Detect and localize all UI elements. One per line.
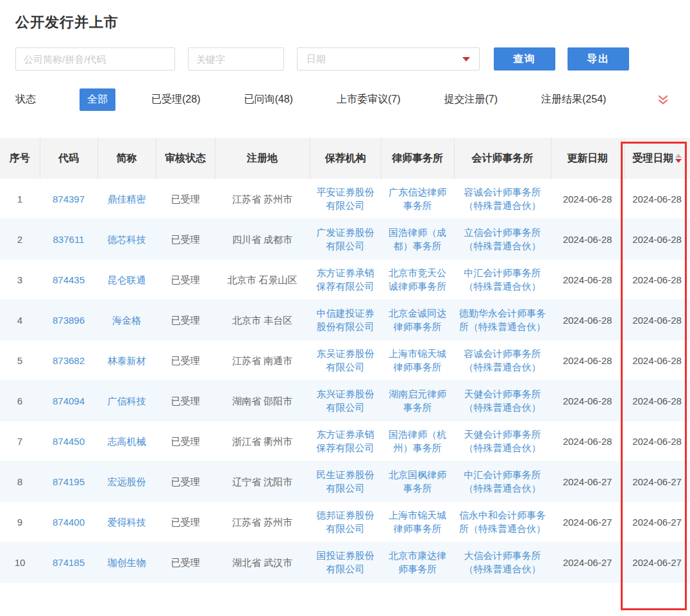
company-name-link[interactable]: 海金格 [112, 315, 141, 326]
query-button[interactable]: 查询 [494, 47, 555, 71]
row-index: 4 [0, 300, 40, 340]
company-name-link[interactable]: 昆仑联通 [108, 274, 146, 285]
law-firm-link[interactable]: 北京市竞天公诚律师事务所 [389, 267, 446, 292]
header-cell-name: 简称 [97, 138, 156, 179]
accept-date: 2024-06-28 [624, 381, 690, 421]
sponsor-link[interactable]: 中信建投证券股份有限公司 [317, 308, 374, 332]
law-firm-link[interactable]: 上海市锦天城律师事务所 [389, 348, 446, 372]
company-name-link[interactable]: 广信科技 [108, 395, 146, 406]
header-cell-sponsor: 保荐机构 [310, 138, 381, 179]
header-cell-accept-date[interactable]: 受理日期 [624, 138, 690, 179]
law-firm-link[interactable]: 广东信达律师事务所 [389, 187, 446, 211]
law-firm-link[interactable]: 北京国枫律师事务所 [389, 469, 446, 494]
code-link[interactable]: 874435 [53, 274, 85, 285]
table-row: 4 873896 海金格 已受理 北京市 丰台区 中信建投证券股份有限公司 北京… [0, 300, 690, 340]
sponsor-link[interactable]: 东方证券承销保荐有限公司 [317, 267, 374, 292]
code-link[interactable]: 874195 [53, 476, 85, 487]
update-date: 2024-06-28 [551, 300, 624, 340]
registration-place: 四川省 成都市 [215, 219, 310, 260]
law-firm-link[interactable]: 国浩律师（杭州）事务所 [389, 429, 446, 453]
accounting-firm-link[interactable]: 容诚会计师事务所（特殊普通合伙） [464, 187, 541, 211]
law-firm-link[interactable]: 北京市康达律师事务所 [389, 550, 446, 574]
status-tab[interactable]: 提交注册(7) [436, 88, 505, 111]
company-name-link[interactable]: 鼎佳精密 [108, 194, 146, 204]
registration-place: 江苏省 苏州市 [215, 179, 310, 219]
sponsor-link[interactable]: 民生证券股份有限公司 [317, 469, 374, 494]
status-tab[interactable]: 已受理(28) [144, 88, 208, 111]
sponsor-link[interactable]: 国投证券股份有限公司 [317, 550, 374, 574]
registration-place: 江苏省 南通市 [215, 340, 310, 381]
status-tab[interactable]: 全部 [80, 88, 115, 111]
company-name-link[interactable]: 珈创生物 [108, 557, 146, 568]
update-date: 2024-06-28 [551, 340, 624, 381]
row-index: 1 [0, 179, 40, 219]
status-tab[interactable]: 上市委审议(7) [329, 88, 408, 111]
header-cell-location: 注册地 [215, 138, 310, 179]
keyword-input[interactable] [188, 47, 284, 71]
audit-status: 已受理 [156, 381, 215, 421]
code-link[interactable]: 837611 [53, 234, 85, 245]
law-firm-link[interactable]: 国浩律师（成都）事务所 [389, 227, 446, 251]
accounting-firm-link[interactable]: 大信会计师事务所（特殊普通合伙） [464, 550, 541, 574]
row-index: 6 [0, 381, 40, 421]
company-name-link[interactable]: 志高机械 [108, 436, 146, 447]
registration-place: 江苏省 苏州市 [215, 502, 310, 542]
code-link[interactable]: 874450 [53, 436, 85, 447]
company-search-input[interactable] [15, 47, 175, 71]
sponsor-link[interactable]: 东方证券承销保荐有限公司 [317, 429, 374, 453]
audit-status: 已受理 [156, 260, 215, 300]
registration-place: 辽宁省 沈阳市 [215, 462, 310, 502]
audit-status: 已受理 [156, 340, 215, 381]
accounting-firm-link[interactable]: 中汇会计师事务所（特殊普通合伙） [464, 267, 541, 292]
expand-tabs-chevron-icon[interactable] [657, 94, 669, 106]
table-row: 7 874450 志高机械 已受理 浙江省 衢州市 东方证券承销保荐有限公司 国… [0, 421, 690, 462]
sort-desc-icon [675, 159, 682, 163]
company-name-link[interactable]: 林泰新材 [108, 355, 146, 366]
law-firm-link[interactable]: 上海市锦天城律师事务所 [389, 510, 446, 534]
header-cell-law-firm: 律师事务所 [381, 138, 454, 179]
accept-date: 2024-06-28 [624, 260, 690, 300]
accounting-firm-link[interactable]: 容诚会计师事务所（特殊普通合伙） [464, 348, 541, 372]
code-link[interactable]: 874400 [53, 517, 85, 528]
sponsor-link[interactable]: 东吴证券股份有限公司 [317, 348, 374, 372]
accounting-firm-link[interactable]: 信永中和会计师事务所（特殊普通合伙） [459, 510, 546, 534]
code-link[interactable]: 874094 [53, 395, 85, 406]
sponsor-link[interactable]: 平安证券股份有限公司 [317, 187, 374, 211]
accounting-firm-link[interactable]: 立信会计师事务所（特殊普通合伙） [464, 227, 541, 251]
code-link[interactable]: 874185 [53, 557, 85, 568]
law-firm-link[interactable]: 北京金诚同达律师事务所 [389, 308, 446, 332]
sponsor-link[interactable]: 德邦证券股份有限公司 [317, 510, 374, 534]
public-offering-page: 公开发行并上市 日期 查询 导出 状态 全部已受理(28)已问询(48)上市委审… [0, 0, 690, 583]
accounting-firm-link[interactable]: 天健会计师事务所（特殊普通合伙） [464, 388, 541, 413]
header-cell-index: 序号 [0, 138, 40, 179]
accept-date: 2024-06-28 [624, 300, 690, 340]
law-firm-link[interactable]: 湖南启元律师事务所 [389, 388, 446, 413]
code-link[interactable]: 874397 [53, 194, 85, 204]
status-label: 状态 [15, 93, 36, 106]
accept-date: 2024-06-27 [624, 462, 690, 502]
accept-date: 2024-06-28 [624, 421, 690, 462]
table-row: 1 874397 鼎佳精密 已受理 江苏省 苏州市 平安证券股份有限公司 广东信… [0, 179, 690, 219]
company-name-link[interactable]: 宏远股份 [108, 476, 146, 487]
accounting-firm-link[interactable]: 中汇会计师事务所（特殊普通合伙） [464, 469, 541, 494]
sponsor-link[interactable]: 东兴证券股份有限公司 [317, 388, 374, 413]
audit-status: 已受理 [156, 462, 215, 502]
code-link[interactable]: 873682 [53, 355, 85, 366]
accept-date: 2024-06-28 [624, 219, 690, 260]
table-row: 3 874435 昆仑联通 已受理 北京市 石景山区 东方证券承销保荐有限公司 … [0, 260, 690, 300]
status-tab[interactable]: 已问询(48) [236, 88, 300, 111]
company-name-link[interactable]: 德芯科技 [108, 234, 146, 245]
code-link[interactable]: 873896 [53, 315, 85, 326]
audit-status: 已受理 [156, 300, 215, 340]
sponsor-link[interactable]: 广发证券股份有限公司 [317, 227, 374, 251]
registration-place: 北京市 石景山区 [215, 260, 310, 300]
accounting-firm-link[interactable]: 德勤华永会计师事务所（特殊普通合伙） [459, 308, 546, 332]
date-select[interactable]: 日期 [297, 47, 480, 71]
update-date: 2024-06-28 [551, 260, 624, 300]
export-button[interactable]: 导出 [568, 47, 629, 71]
sort-icon[interactable] [675, 154, 682, 163]
audit-status: 已受理 [156, 502, 215, 542]
status-tab[interactable]: 注册结果(254) [534, 88, 614, 111]
accounting-firm-link[interactable]: 天健会计师事务所（特殊普通合伙） [464, 429, 541, 453]
company-name-link[interactable]: 爱得科技 [108, 517, 146, 528]
